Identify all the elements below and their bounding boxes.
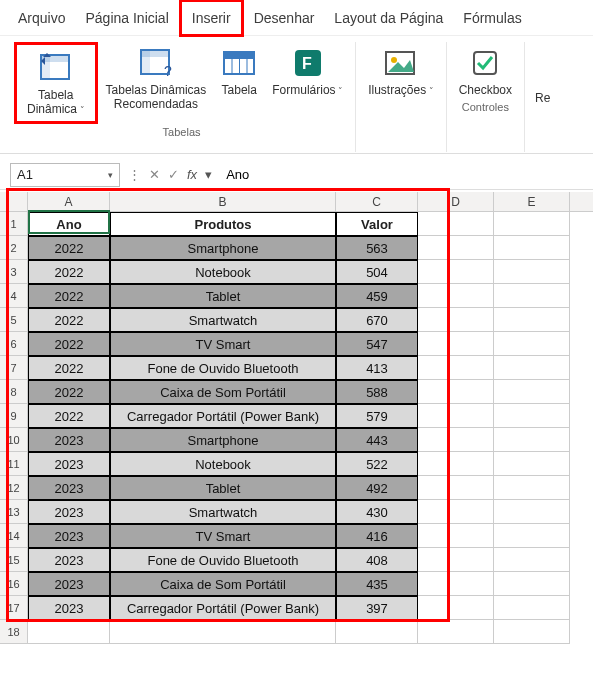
- table-cell[interactable]: 397: [336, 596, 418, 620]
- empty-cell[interactable]: [494, 356, 570, 380]
- table-cell[interactable]: 2022: [28, 380, 110, 404]
- row-header[interactable]: 9: [0, 404, 28, 428]
- pivot-table-button[interactable]: TabelaDinâmica ˅: [14, 42, 98, 124]
- table-cell[interactable]: 522: [336, 452, 418, 476]
- table-cell[interactable]: TV Smart: [110, 524, 336, 548]
- empty-cell[interactable]: [418, 548, 494, 572]
- empty-cell[interactable]: [494, 284, 570, 308]
- table-cell[interactable]: Caixa de Som Portátil: [110, 380, 336, 404]
- empty-cell[interactable]: [418, 572, 494, 596]
- table-cell[interactable]: 459: [336, 284, 418, 308]
- table-header-cell[interactable]: Valor: [336, 212, 418, 236]
- menu-item[interactable]: Fórmulas: [453, 2, 531, 34]
- empty-cell[interactable]: [418, 284, 494, 308]
- empty-cell[interactable]: [494, 452, 570, 476]
- row-header[interactable]: 8: [0, 380, 28, 404]
- table-cell[interactable]: 2023: [28, 500, 110, 524]
- table-cell[interactable]: 2022: [28, 404, 110, 428]
- empty-cell[interactable]: [494, 548, 570, 572]
- table-cell[interactable]: 416: [336, 524, 418, 548]
- empty-cell[interactable]: [418, 428, 494, 452]
- table-cell[interactable]: 563: [336, 236, 418, 260]
- table-cell[interactable]: 670: [336, 308, 418, 332]
- table-cell[interactable]: 588: [336, 380, 418, 404]
- name-box[interactable]: A1 ▾: [10, 163, 120, 187]
- empty-cell[interactable]: [418, 620, 494, 644]
- table-cell[interactable]: Smartphone: [110, 428, 336, 452]
- row-header[interactable]: 17: [0, 596, 28, 620]
- empty-cell[interactable]: [418, 380, 494, 404]
- empty-cell[interactable]: [418, 260, 494, 284]
- empty-cell[interactable]: [418, 356, 494, 380]
- row-header[interactable]: 1: [0, 212, 28, 236]
- illustrations-button[interactable]: Ilustrações ˅: [362, 42, 440, 99]
- table-cell[interactable]: 2022: [28, 332, 110, 356]
- row-header[interactable]: 14: [0, 524, 28, 548]
- recommended-pivot-button[interactable]: ?Tabelas DinâmicasRecomendadas: [100, 42, 213, 124]
- row-header[interactable]: 3: [0, 260, 28, 284]
- empty-cell[interactable]: [418, 404, 494, 428]
- empty-cell[interactable]: [494, 500, 570, 524]
- table-cell[interactable]: Smartwatch: [110, 500, 336, 524]
- table-cell[interactable]: 2023: [28, 596, 110, 620]
- menu-item[interactable]: Desenhar: [244, 2, 325, 34]
- empty-cell[interactable]: [494, 308, 570, 332]
- table-cell[interactable]: Notebook: [110, 452, 336, 476]
- empty-cell[interactable]: [494, 476, 570, 500]
- empty-cell[interactable]: [494, 260, 570, 284]
- empty-cell[interactable]: [494, 380, 570, 404]
- empty-cell[interactable]: [494, 404, 570, 428]
- table-header-cell[interactable]: Produtos: [110, 212, 336, 236]
- table-cell[interactable]: 2023: [28, 428, 110, 452]
- table-cell[interactable]: 547: [336, 332, 418, 356]
- table-cell[interactable]: Fone de Ouvido Bluetooth: [110, 356, 336, 380]
- empty-cell[interactable]: [418, 596, 494, 620]
- row-header[interactable]: 12: [0, 476, 28, 500]
- empty-cell[interactable]: [494, 212, 570, 236]
- table-cell[interactable]: 2022: [28, 284, 110, 308]
- empty-cell[interactable]: [494, 428, 570, 452]
- fx-icon[interactable]: fx: [187, 167, 197, 182]
- checkbox-button[interactable]: Checkbox: [453, 42, 518, 99]
- empty-cell[interactable]: [494, 596, 570, 620]
- table-cell[interactable]: 2023: [28, 524, 110, 548]
- empty-cell[interactable]: [418, 524, 494, 548]
- empty-cell[interactable]: [28, 620, 110, 644]
- table-button[interactable]: Tabela: [214, 42, 264, 124]
- empty-cell[interactable]: [418, 236, 494, 260]
- table-cell[interactable]: Tablet: [110, 476, 336, 500]
- menu-item[interactable]: Página Inicial: [75, 2, 178, 34]
- empty-cell[interactable]: [418, 476, 494, 500]
- table-cell[interactable]: 2022: [28, 236, 110, 260]
- empty-cell[interactable]: [418, 212, 494, 236]
- table-cell[interactable]: Smartwatch: [110, 308, 336, 332]
- forms-button[interactable]: FFormulários ˅: [266, 42, 349, 124]
- empty-cell[interactable]: [110, 620, 336, 644]
- empty-cell[interactable]: [418, 308, 494, 332]
- row-header[interactable]: 10: [0, 428, 28, 452]
- table-cell[interactable]: 2023: [28, 452, 110, 476]
- table-cell[interactable]: 435: [336, 572, 418, 596]
- col-header[interactable]: A: [28, 192, 110, 211]
- row-header[interactable]: 13: [0, 500, 28, 524]
- row-header[interactable]: 7: [0, 356, 28, 380]
- table-cell[interactable]: Fone de Ouvido Bluetooth: [110, 548, 336, 572]
- table-cell[interactable]: Smartphone: [110, 236, 336, 260]
- empty-cell[interactable]: [418, 500, 494, 524]
- menu-item[interactable]: Arquivo: [8, 2, 75, 34]
- row-header[interactable]: 15: [0, 548, 28, 572]
- table-cell[interactable]: 2023: [28, 572, 110, 596]
- row-header[interactable]: 5: [0, 308, 28, 332]
- table-cell[interactable]: 579: [336, 404, 418, 428]
- table-cell[interactable]: 492: [336, 476, 418, 500]
- confirm-icon[interactable]: ✓: [168, 167, 179, 182]
- empty-cell[interactable]: [494, 332, 570, 356]
- row-header[interactable]: 18: [0, 620, 28, 644]
- formula-input[interactable]: [220, 163, 593, 187]
- col-header[interactable]: C: [336, 192, 418, 211]
- table-cell[interactable]: Caixa de Som Portátil: [110, 572, 336, 596]
- row-header[interactable]: 2: [0, 236, 28, 260]
- table-cell[interactable]: TV Smart: [110, 332, 336, 356]
- table-cell[interactable]: Carregador Portátil (Power Bank): [110, 404, 336, 428]
- empty-cell[interactable]: [336, 620, 418, 644]
